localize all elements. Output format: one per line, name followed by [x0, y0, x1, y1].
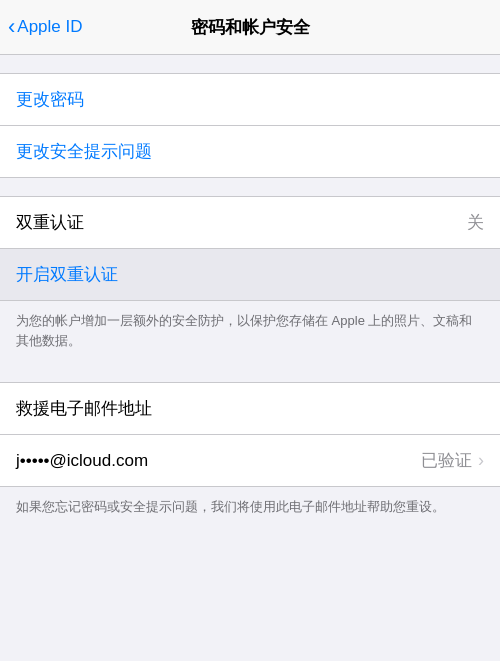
two-factor-label: 双重认证: [16, 211, 84, 234]
rescue-label-row: 救援电子邮件地址: [0, 383, 500, 435]
two-factor-status: 关: [467, 211, 484, 234]
top-actions-section: 更改密码 更改安全提示问题: [0, 73, 500, 178]
chevron-right-icon: ›: [478, 450, 484, 471]
rescue-email-label: 救援电子邮件地址: [16, 399, 152, 418]
rescue-verified-text: 已验证: [421, 449, 472, 472]
page-title: 密码和帐户安全: [191, 16, 310, 39]
rescue-email-row[interactable]: j•••••@icloud.com 已验证 ›: [0, 435, 500, 486]
enable-two-factor-row[interactable]: 开启双重认证: [0, 249, 500, 301]
two-factor-description-text: 为您的帐户增加一层额外的安全防护，以保护您存储在 Apple 上的照片、文稿和其…: [16, 313, 472, 348]
rescue-note-text: 如果您忘记密码或安全提示问题，我们将使用此电子邮件地址帮助您重设。: [16, 499, 445, 514]
change-password-label: 更改密码: [16, 90, 84, 109]
rescue-email-section: 救援电子邮件地址 j•••••@icloud.com 已验证 ›: [0, 382, 500, 487]
rescue-email-address: j•••••@icloud.com: [16, 451, 148, 471]
two-factor-section: 双重认证 关 开启双重认证 为您的帐户增加一层额外的安全防护，以保护您存储在 A…: [0, 196, 500, 364]
rescue-note: 如果您忘记密码或安全提示问题，我们将使用此电子邮件地址帮助您重设。: [0, 487, 500, 531]
enable-two-factor-label: 开启双重认证: [16, 265, 118, 284]
back-label: Apple ID: [17, 17, 82, 37]
rescue-verified-wrapper: 已验证 ›: [421, 449, 484, 472]
change-password-row[interactable]: 更改密码: [0, 74, 500, 126]
nav-bar: ‹ Apple ID 密码和帐户安全: [0, 0, 500, 55]
two-factor-header: 双重认证 关: [0, 196, 500, 249]
change-security-question-row[interactable]: 更改安全提示问题: [0, 126, 500, 177]
back-button[interactable]: ‹ Apple ID: [8, 16, 83, 38]
two-factor-description: 为您的帐户增加一层额外的安全防护，以保护您存储在 Apple 上的照片、文稿和其…: [0, 301, 500, 364]
change-security-question-label: 更改安全提示问题: [16, 142, 152, 161]
back-chevron-icon: ‹: [8, 16, 15, 38]
